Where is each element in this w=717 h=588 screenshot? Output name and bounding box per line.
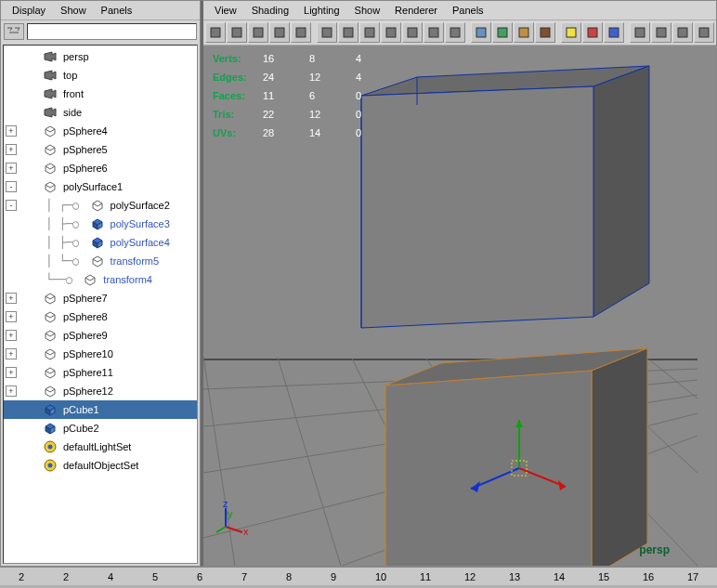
toolbar-cube3-icon[interactable] [514, 22, 534, 43]
viewport-menu-shading[interactable]: Shading [244, 3, 296, 18]
svg-rect-24 [657, 28, 666, 37]
outliner-item-polysurface1[interactable]: -polySurface1 [4, 177, 197, 196]
stats-row-edges: Edges:24124 [213, 68, 402, 86]
outliner-item-transform5[interactable]: │ └─○ transform5 [4, 252, 197, 270]
expand-icon[interactable]: + [6, 330, 17, 341]
svg-point-1 [48, 445, 53, 450]
outliner-menu-panels[interactable]: Panels [94, 3, 140, 18]
time-tick: 17 [687, 571, 698, 582]
stats-label: Edges: [213, 72, 263, 83]
mesh-icon [89, 216, 106, 232]
svg-marker-41 [593, 66, 649, 317]
outliner-item-psphere8[interactable]: +pSphere8 [4, 307, 197, 326]
outliner-item-psphere5[interactable]: +pSphere5 [4, 140, 197, 159]
svg-marker-52 [515, 420, 523, 427]
outliner-item-polysurface2[interactable]: - │ ┌─○ polySurface2 [4, 196, 197, 215]
toolbar-dot-icon[interactable] [359, 22, 380, 43]
toolbar-bulb-icon[interactable] [561, 22, 581, 43]
viewport-menu-view[interactable]: View [207, 3, 244, 18]
expand-icon[interactable]: + [6, 348, 17, 359]
outliner-item-polysurface3[interactable]: │ ├─○ polySurface3 [4, 215, 197, 233]
toolbar-blue-icon[interactable] [604, 22, 624, 43]
expand-icon[interactable]: + [6, 367, 17, 378]
outliner-item-label: transform5 [109, 255, 162, 267]
expand-icon[interactable]: + [6, 125, 17, 137]
expand-icon[interactable]: + [6, 311, 17, 322]
toolbar-cam-icon[interactable] [445, 22, 465, 43]
toolbar-layers-icon[interactable] [291, 22, 311, 43]
outliner-item-transform4[interactable]: └──○ transform4 [4, 270, 197, 289]
outliner-menu-show[interactable]: Show [53, 3, 94, 18]
time-tick: 8 [286, 571, 292, 582]
outliner-item-front[interactable]: front [4, 85, 197, 103]
outliner-item-psphere7[interactable]: +pSphere7 [4, 289, 197, 307]
toolbar-lasso-icon[interactable] [227, 22, 247, 43]
collapse-icon[interactable]: - [6, 181, 17, 192]
outliner-item-top[interactable]: top [4, 66, 197, 85]
toolbar-grid-icon[interactable] [317, 22, 337, 43]
toolbar-light-icon[interactable] [424, 22, 444, 43]
outliner-item-pcube2[interactable]: pCube2 [4, 419, 197, 438]
viewport-menu-renderer[interactable]: Renderer [387, 3, 445, 18]
toolbar-red-icon[interactable] [582, 22, 603, 43]
toolbar-select-icon[interactable] [205, 22, 226, 43]
toolbar-tex-icon[interactable] [402, 22, 423, 43]
poly-icon [42, 290, 59, 307]
tree-branch-lines: │ ┌─○ [39, 200, 86, 211]
svg-rect-10 [344, 28, 353, 37]
toolbar-sq3-icon[interactable] [672, 22, 693, 43]
viewport-menu-lighting[interactable]: Lighting [296, 3, 347, 18]
outliner-item-polysurface4[interactable]: │ ├─○ polySurface4 [4, 233, 197, 252]
outliner-item-psphere9[interactable]: +pSphere9 [4, 326, 197, 345]
stats-value: 24 [263, 72, 309, 83]
toolbar-cube2-icon[interactable] [492, 22, 513, 43]
viewport-3d[interactable]: Verts:1684Edges:24124Faces:1160Tris:2212… [203, 46, 716, 566]
outliner-item-psphere11[interactable]: +pSphere11 [4, 363, 197, 382]
move-manipulator[interactable] [454, 412, 584, 524]
toolbar-cube4-icon[interactable] [535, 22, 555, 43]
toolbar-render-icon[interactable] [248, 22, 268, 43]
toolbar-plane-icon[interactable] [269, 22, 290, 43]
collapse-icon[interactable]: - [6, 200, 17, 211]
stats-label: Tris: [213, 109, 263, 120]
expand-icon[interactable]: + [6, 293, 17, 304]
toolbar-cube1-icon[interactable] [471, 22, 491, 43]
viewport-menu-show[interactable]: Show [347, 3, 388, 18]
time-tick: 11 [420, 571, 431, 582]
poly-icon [42, 308, 59, 325]
toolbar-sq2-icon[interactable] [651, 22, 671, 43]
outliner-menu-display[interactable]: Display [5, 3, 53, 18]
svg-rect-8 [296, 28, 306, 37]
stats-value: 22 [263, 109, 309, 120]
stats-value: 14 [309, 127, 356, 138]
filter-icon[interactable] [4, 23, 24, 40]
outliner-item-psphere12[interactable]: +pSphere12 [4, 382, 197, 400]
outliner-item-pcube1[interactable]: pCube1 [4, 400, 197, 419]
outliner-item-psphere6[interactable]: +pSphere6 [4, 159, 197, 177]
outliner-tree[interactable]: persptopfrontside+pSphere4+pSphere5+pSph… [3, 45, 198, 564]
outliner-filter-input[interactable] [27, 23, 197, 40]
toolbar-line-icon[interactable] [694, 22, 714, 43]
outliner-item-defaultobjectset[interactable]: defaultObjectSet [4, 456, 197, 475]
expand-placeholder [6, 237, 17, 248]
toolbar-iso-icon[interactable] [338, 22, 358, 43]
svg-text:y: y [228, 508, 233, 519]
time-slider[interactable]: 224567891011121314151617 [0, 567, 717, 585]
expand-icon[interactable]: + [6, 163, 17, 174]
expand-placeholder [6, 404, 17, 415]
outliner-item-psphere4[interactable]: +pSphere4 [4, 122, 197, 140]
viewport-menu-panels[interactable]: Panels [445, 3, 491, 18]
expand-icon[interactable]: + [6, 144, 17, 155]
outliner-item-label: pSphere9 [61, 330, 110, 341]
outliner-item-label: pSphere12 [61, 385, 115, 397]
outliner-item-side[interactable]: side [4, 103, 197, 122]
outliner-panel: DisplayShowPanels persptopfrontside+pSph… [0, 0, 201, 567]
outliner-item-defaultlightset[interactable]: defaultLightSet [4, 438, 197, 456]
expand-icon[interactable]: + [6, 385, 17, 397]
toolbar-mat-icon[interactable] [381, 22, 401, 43]
svg-rect-23 [635, 28, 645, 37]
outliner-item-persp[interactable]: persp [4, 47, 197, 66]
toolbar-sq1-icon[interactable] [630, 22, 650, 43]
outliner-item-psphere10[interactable]: +pSphere10 [4, 345, 197, 363]
svg-rect-12 [386, 28, 396, 37]
